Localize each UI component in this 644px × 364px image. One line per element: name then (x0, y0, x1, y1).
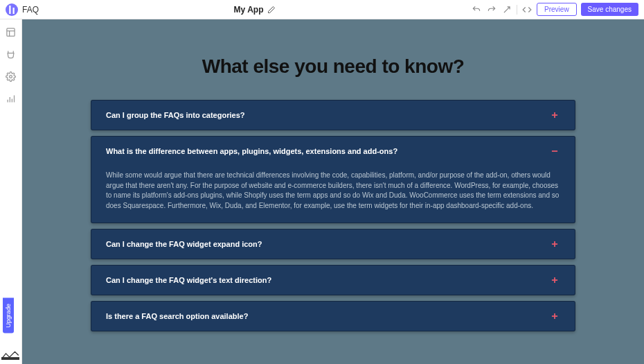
magic-icon[interactable] (501, 4, 512, 15)
faq-question: Can I change the FAQ widget expand icon? (106, 240, 262, 248)
faq-header[interactable]: Can I change the FAQ widget's text direc… (91, 265, 575, 295)
app-name: My App (234, 5, 264, 15)
svg-rect-0 (7, 28, 15, 35)
page-label: FAQ (22, 5, 39, 15)
upgrade-button[interactable]: Upgrade (3, 298, 14, 333)
plus-icon[interactable] (549, 275, 560, 286)
plus-icon[interactable] (549, 239, 560, 250)
faq-header[interactable]: Is there a FAQ search option available? (91, 301, 575, 331)
code-icon[interactable] (521, 4, 533, 15)
faq-header[interactable]: What is the difference between apps, plu… (91, 136, 575, 166)
svg-rect-8 (1, 357, 19, 360)
canvas: What else you need to know? Can I group … (22, 19, 644, 364)
faq-header[interactable]: Can I group the FAQs into categories? (91, 100, 575, 130)
app-logo (6, 3, 18, 16)
faq-question: Is there a FAQ search option available? (106, 312, 248, 320)
faq-item[interactable]: Can I group the FAQs into categories? (91, 100, 575, 130)
undo-icon[interactable] (471, 4, 482, 15)
faq-item[interactable]: What is the difference between apps, plu… (91, 136, 575, 223)
topbar: FAQ My App Preview Save changes (0, 0, 644, 19)
brand-mark (1, 350, 19, 360)
layout-icon[interactable] (6, 26, 17, 37)
chart-icon[interactable] (6, 93, 17, 104)
pencil-icon[interactable] (267, 6, 276, 14)
sidebar: Upgrade (0, 19, 22, 364)
faq-answer: While some would argue that there are te… (91, 166, 575, 223)
save-button[interactable]: Save changes (581, 3, 638, 16)
faq-list: Can I group the FAQs into categories? Wh… (91, 100, 575, 331)
topbar-right: Preview Save changes (471, 3, 638, 16)
gear-icon[interactable] (6, 71, 17, 82)
faq-header[interactable]: Can I change the FAQ widget expand icon? (91, 229, 575, 259)
faq-question: Can I group the FAQs into categories? (106, 111, 244, 119)
faq-question: Can I change the FAQ widget's text direc… (106, 276, 271, 284)
plugin-icon[interactable] (6, 49, 17, 60)
minus-icon[interactable] (549, 146, 560, 157)
preview-button[interactable]: Preview (537, 3, 577, 16)
topbar-center: My App (44, 5, 465, 15)
plus-icon[interactable] (549, 110, 560, 121)
body-area: Upgrade What else you need to know? Can … (0, 19, 644, 364)
svg-point-3 (10, 75, 12, 78)
plus-icon[interactable] (549, 311, 560, 322)
faq-question: What is the difference between apps, plu… (106, 147, 397, 155)
faq-item[interactable]: Can I change the FAQ widget expand icon? (91, 229, 575, 259)
redo-icon[interactable] (486, 4, 497, 15)
page-title: What else you need to know? (202, 55, 465, 78)
topbar-left: FAQ (6, 3, 39, 16)
faq-item[interactable]: Can I change the FAQ widget's text direc… (91, 265, 575, 295)
divider (517, 5, 517, 15)
faq-item[interactable]: Is there a FAQ search option available? (91, 301, 575, 331)
